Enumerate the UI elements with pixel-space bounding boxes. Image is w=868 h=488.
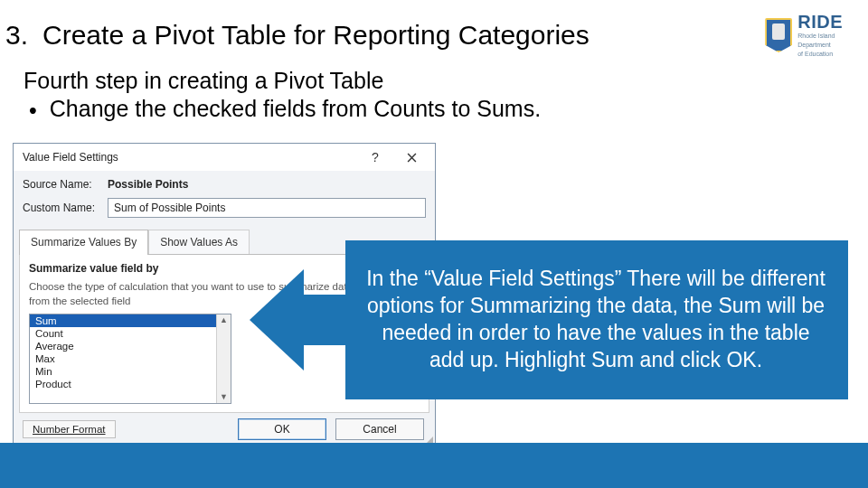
close-icon (407, 153, 417, 163)
custom-name-row: Custom Name: Sum of Possible Points (23, 198, 426, 218)
callout-text: In the “Value Field Settings” There will… (365, 266, 826, 374)
custom-name-input[interactable]: Sum of Possible Points (108, 198, 426, 218)
number-format-button[interactable]: Number Format (23, 420, 116, 438)
listbox-scrollbar[interactable]: ▲ ▼ (216, 314, 231, 403)
close-button[interactable] (393, 145, 429, 170)
help-button[interactable]: ? (357, 145, 393, 170)
list-item[interactable]: Average (30, 340, 231, 352)
logo-text: RIDE Rhode Island Department of Educatio… (797, 13, 843, 58)
title-number: 3. (4, 20, 33, 51)
dialog-buttons: OK Cancel (238, 418, 424, 440)
list-item[interactable]: Count (30, 327, 231, 340)
slide: 3. Create a Pivot Table for Reporting Ca… (0, 0, 868, 488)
step-line: Fourth step in creating a Pivot Table (24, 67, 868, 95)
ride-logo: RIDE Rhode Island Department of Educatio… (765, 13, 843, 58)
tab-show-values-as[interactable]: Show Values As (148, 230, 250, 255)
list-item[interactable]: Sum (30, 314, 231, 327)
callout-box: In the “Value Field Settings” There will… (345, 240, 848, 399)
scroll-down-icon[interactable]: ▼ (220, 393, 228, 401)
logo-name: RIDE (797, 13, 843, 31)
logo-sub-2: Department (797, 42, 843, 49)
scroll-up-icon[interactable]: ▲ (220, 316, 228, 324)
list-item[interactable]: Product (30, 378, 231, 390)
custom-name-label: Custom Name: (23, 202, 100, 214)
source-name-value: Possible Points (108, 178, 188, 191)
summarize-function-listbox[interactable]: Sum Count Average Max Min Product ▲ ▼ (29, 314, 231, 404)
bullet-row: • Change the checked fields from Counts … (24, 95, 868, 125)
logo-sub-3: of Education (797, 51, 843, 58)
title-row: 3. Create a Pivot Table for Reporting Ca… (0, 0, 868, 67)
ok-button[interactable]: OK (238, 418, 326, 440)
source-name-label: Source Name: (23, 178, 100, 191)
source-name-row: Source Name: Possible Points (23, 178, 426, 191)
list-item[interactable]: Max (30, 352, 231, 365)
dialog-title: Value Field Settings (23, 151, 357, 164)
ride-shield-icon (765, 18, 792, 52)
page-title: Create a Pivot Table for Reporting Categ… (42, 20, 756, 51)
tab-summarize-values-by[interactable]: Summarize Values By (19, 230, 148, 255)
logo-sub-1: Rhode Island (797, 33, 843, 40)
footer-bar (0, 443, 868, 488)
dialog-titlebar[interactable]: Value Field Settings ? (14, 144, 435, 171)
bullet-dot-icon: • (29, 95, 37, 125)
bullet-text: Change the checked fields from Counts to… (50, 95, 541, 125)
cancel-button[interactable]: Cancel (335, 418, 424, 440)
list-item[interactable]: Min (30, 365, 231, 378)
body-text: Fourth step in creating a Pivot Table • … (0, 67, 868, 126)
dialog-header-section: Source Name: Possible Points Custom Name… (14, 171, 435, 229)
